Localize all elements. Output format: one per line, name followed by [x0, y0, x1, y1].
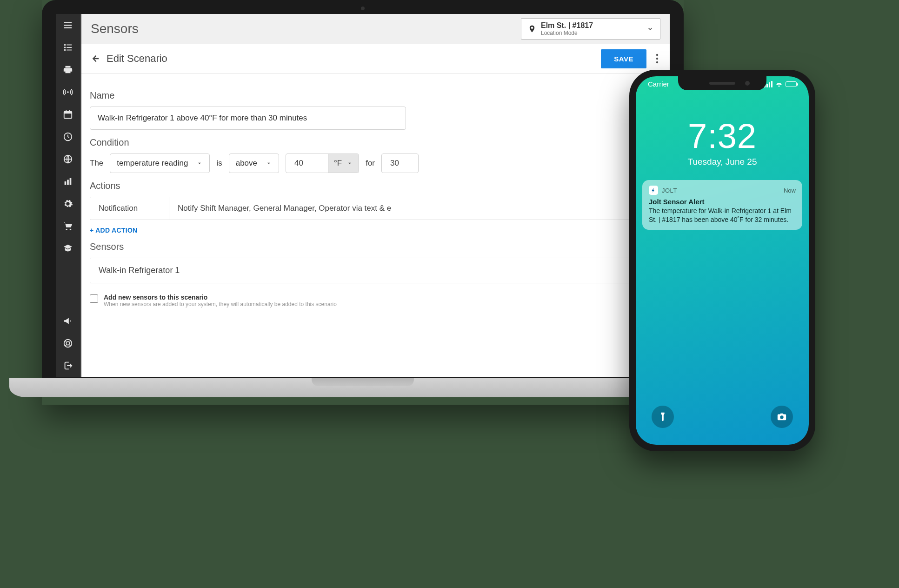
add-action-button[interactable]: + ADD ACTION [90, 227, 661, 234]
label-condition: Condition [90, 137, 661, 148]
add-new-sensors-row: Add new sensors to this scenario When ne… [90, 294, 661, 307]
flashlight-button[interactable] [652, 406, 674, 428]
location-selector[interactable]: Elm St. | #1817 Location Mode [521, 18, 660, 40]
scenario-name-input[interactable] [90, 107, 406, 130]
svg-rect-4 [67, 45, 72, 46]
topbar: Sensors Elm St. | #1817 Location Mode [81, 14, 670, 44]
phone-notch [678, 76, 766, 90]
broadcast-icon[interactable] [61, 86, 74, 99]
save-button[interactable]: SAVE [601, 49, 646, 68]
threshold-input[interactable]: 40 [286, 154, 328, 173]
svg-rect-13 [69, 110, 70, 113]
wifi-icon [775, 81, 783, 87]
svg-point-25 [656, 61, 658, 63]
phone-speaker [709, 82, 735, 85]
unit-value: °F [334, 159, 342, 168]
chart-icon[interactable] [61, 175, 74, 188]
app-root: Sensors Elm St. | #1817 Location Mode [56, 14, 670, 377]
calendar-icon[interactable] [61, 108, 74, 121]
battery-icon [786, 81, 797, 87]
clock-icon[interactable] [61, 130, 74, 143]
unit-select[interactable]: °F [328, 154, 359, 173]
label-actions: Actions [90, 180, 661, 191]
actions-table: Notification Notify Shift Manager, Gener… [90, 197, 661, 220]
cart-icon[interactable] [61, 220, 74, 233]
svg-point-23 [656, 54, 658, 56]
metric-select[interactable]: temperature reading [110, 154, 210, 173]
chevron-down-icon [647, 26, 653, 32]
globe-icon[interactable] [61, 153, 74, 166]
phone-front-camera [745, 81, 750, 86]
svg-point-24 [656, 58, 658, 60]
caret-down-icon [196, 160, 203, 167]
svg-rect-8 [67, 50, 72, 51]
laptop-frame: Sensors Elm St. | #1817 Location Mode [42, 0, 684, 405]
laptop-bezel: Sensors Elm St. | #1817 Location Mode [42, 0, 684, 378]
back-arrow-icon[interactable] [90, 53, 100, 64]
content: Name Condition The temperature reading i… [81, 74, 670, 377]
clock-time: 7:32 [636, 116, 809, 156]
carrier-label: Carrier [648, 80, 669, 88]
svg-point-3 [64, 44, 66, 46]
svg-rect-17 [67, 180, 69, 185]
notification-app-name: JOLT [662, 187, 677, 194]
metric-value: temperature reading [117, 159, 188, 168]
action-desc-cell[interactable]: Notify Shift Manager, General Manager, O… [169, 197, 661, 220]
location-text: Elm St. | #1817 Location Mode [541, 21, 642, 36]
location-title: Elm St. | #1817 [541, 21, 642, 30]
label-name: Name [90, 90, 661, 101]
comparator-value: above [236, 159, 257, 168]
page-title: Sensors [91, 21, 139, 36]
svg-rect-2 [64, 27, 72, 28]
gear-icon[interactable] [61, 197, 74, 210]
svg-rect-0 [64, 22, 72, 23]
notification-body: The temperature for Walk-in Refrigerator… [649, 207, 796, 224]
sidebar [56, 14, 80, 377]
logout-icon[interactable] [61, 359, 74, 372]
svg-rect-11 [64, 112, 72, 114]
svg-point-20 [70, 229, 71, 230]
svg-point-19 [66, 229, 67, 230]
notification-card[interactable]: JOLT Now Jolt Sensor Alert The temperatu… [642, 180, 802, 230]
phone-screen: Carrier 7:32 Tuesday, June 25 JOLT Now J… [636, 76, 809, 445]
clock-date: Tuesday, June 25 [636, 157, 809, 167]
printer-icon[interactable] [61, 63, 74, 76]
help-icon[interactable] [61, 337, 74, 350]
lock-screen-shortcuts [636, 406, 809, 428]
threshold-group: 40 °F [286, 154, 359, 173]
svg-point-7 [64, 49, 66, 51]
lock-screen-time: 7:32 Tuesday, June 25 [636, 116, 809, 167]
sensor-selected[interactable]: Walk-in Refrigerator 1 [90, 258, 661, 283]
subheader: Edit Scenario SAVE [81, 44, 670, 74]
label-sensors: Sensors [90, 241, 661, 252]
svg-point-22 [66, 341, 69, 345]
svg-point-9 [67, 91, 69, 93]
condition-for: for [366, 159, 375, 168]
checklist-icon[interactable] [61, 41, 74, 54]
comparator-select[interactable]: above [229, 154, 279, 173]
education-icon[interactable] [61, 242, 74, 255]
svg-rect-1 [64, 25, 72, 26]
condition-the: The [90, 159, 103, 168]
laptop-camera [361, 7, 365, 10]
kebab-menu-icon[interactable] [653, 53, 661, 64]
svg-rect-18 [70, 178, 72, 185]
phone-frame: Carrier 7:32 Tuesday, June 25 JOLT Now J… [629, 70, 815, 451]
laptop-trackpad-notch [312, 378, 414, 386]
camera-button[interactable] [771, 406, 793, 428]
add-new-sensors-title: Add new sensors to this scenario [104, 294, 337, 301]
add-new-sensors-checkbox[interactable] [90, 294, 98, 303]
duration-input[interactable]: 30 [381, 154, 419, 173]
menu-icon[interactable] [61, 19, 74, 32]
svg-rect-6 [67, 47, 72, 48]
notification-header: JOLT Now [649, 186, 796, 195]
location-pin-icon [528, 24, 536, 34]
jolt-app-icon [649, 186, 658, 195]
megaphone-icon[interactable] [61, 314, 74, 327]
location-sub: Location Mode [541, 30, 642, 36]
action-type-cell[interactable]: Notification [90, 197, 169, 220]
add-new-sensors-sub: When new sensors are added to your syste… [104, 301, 337, 307]
notification-when: Now [784, 187, 796, 194]
laptop-screen: Sensors Elm St. | #1817 Location Mode [56, 14, 670, 377]
svg-rect-12 [66, 110, 67, 113]
